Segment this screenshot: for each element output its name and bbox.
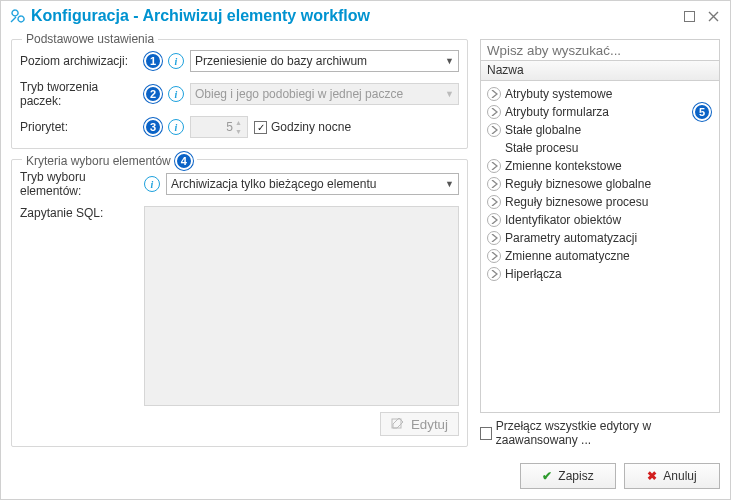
tree-item-label: Zmienne automatyczne bbox=[505, 249, 630, 263]
tree-item-label: Reguły biznesowe procesu bbox=[505, 195, 648, 209]
badge-5: 5 bbox=[693, 103, 711, 121]
select-mode-value: Archiwizacja tylko bieżącego elementu bbox=[171, 177, 376, 191]
archive-level-value: Przeniesienie do bazy archiwum bbox=[195, 54, 367, 68]
tree-item[interactable]: Zmienne automatyczne bbox=[483, 247, 717, 265]
svg-rect-0 bbox=[684, 11, 694, 21]
config-dialog: Konfiguracja - Archiwizuj elementy workf… bbox=[0, 0, 731, 500]
checkbox-empty-icon bbox=[480, 427, 492, 440]
select-mode-combo[interactable]: Archiwizacja tylko bieżącego elementu ▼ bbox=[166, 173, 459, 195]
info-icon[interactable]: i bbox=[168, 53, 184, 69]
dialog-title: Konfiguracja - Archiwizuj elementy workf… bbox=[31, 7, 682, 25]
tree-item[interactable]: Reguły biznesowe procesu bbox=[483, 193, 717, 211]
pack-mode-combo: Obieg i jego podobiegi w jednej paczce ▼ bbox=[190, 83, 459, 105]
chevron-down-icon: ▼ bbox=[445, 56, 454, 66]
tree-item[interactable]: Stałe procesu bbox=[483, 139, 717, 157]
tree-item-label: Atrybuty systemowe bbox=[505, 87, 612, 101]
expand-spacer bbox=[487, 141, 501, 155]
tree-item-label: Identyfikator obiektów bbox=[505, 213, 621, 227]
criteria-title: Kryteria wyboru elementów 4 bbox=[22, 152, 197, 170]
dialog-footer: ✔ Zapisz ✖ Anuluj bbox=[1, 455, 730, 499]
edit-button-label: Edytuj bbox=[411, 417, 448, 432]
save-button[interactable]: ✔ Zapisz bbox=[520, 463, 616, 489]
tree-item[interactable]: Stałe globalne bbox=[483, 121, 717, 139]
chevron-down-icon: ▼ bbox=[445, 89, 454, 99]
tree-item[interactable]: Identyfikator obiektów bbox=[483, 211, 717, 229]
expand-icon[interactable] bbox=[487, 87, 501, 101]
sql-query-label: Zapytanie SQL: bbox=[20, 206, 138, 220]
tree-item[interactable]: Zmienne kontekstowe bbox=[483, 157, 717, 175]
expand-icon[interactable] bbox=[487, 105, 501, 119]
expand-icon[interactable] bbox=[487, 231, 501, 245]
info-icon[interactable]: i bbox=[168, 119, 184, 135]
tree-header[interactable]: Nazwa bbox=[480, 61, 720, 81]
tree-item[interactable]: Hiperłącza bbox=[483, 265, 717, 283]
badge-3: 3 bbox=[144, 118, 162, 136]
priority-value: 5 bbox=[226, 120, 233, 134]
tree-item[interactable]: Parametry automatyzacji bbox=[483, 229, 717, 247]
expand-icon[interactable] bbox=[487, 123, 501, 137]
tree-item[interactable]: Reguły biznesowe globalne bbox=[483, 175, 717, 193]
cancel-icon: ✖ bbox=[647, 469, 657, 483]
expand-icon[interactable] bbox=[487, 195, 501, 209]
check-icon: ✔ bbox=[542, 469, 552, 483]
criteria-group: Kryteria wyboru elementów 4 Tryb wyboru … bbox=[11, 159, 468, 447]
sql-query-textarea bbox=[144, 206, 459, 406]
save-button-label: Zapisz bbox=[558, 469, 593, 483]
advanced-toggle-checkbox[interactable]: Przełącz wszystkie edytory w zaawansowan… bbox=[480, 419, 720, 447]
search-input[interactable] bbox=[480, 39, 720, 61]
night-hours-checkbox[interactable]: ✓ Godziny nocne bbox=[254, 120, 351, 134]
info-icon[interactable]: i bbox=[144, 176, 160, 192]
advanced-toggle-label: Przełącz wszystkie edytory w zaawansowan… bbox=[496, 419, 720, 447]
basic-settings-group: Podstawowe ustawienia Poziom archiwizacj… bbox=[11, 39, 468, 149]
night-hours-label: Godziny nocne bbox=[271, 120, 351, 134]
pack-mode-label: Tryb tworzenia paczek: bbox=[20, 80, 138, 108]
tree-item-label: Stałe procesu bbox=[505, 141, 578, 155]
archive-level-label: Poziom archiwizacji: bbox=[20, 54, 138, 68]
tree-item-label: Atrybuty formularza bbox=[505, 105, 609, 119]
select-mode-label: Tryb wyboru elementów: bbox=[20, 170, 138, 198]
badge-2: 2 bbox=[144, 85, 162, 103]
tree-item-label: Zmienne kontekstowe bbox=[505, 159, 622, 173]
checkbox-checked-icon: ✓ bbox=[254, 121, 267, 134]
badge-1: 1 bbox=[144, 52, 162, 70]
tree-item[interactable]: Atrybuty formularza5 bbox=[483, 103, 717, 121]
expand-icon[interactable] bbox=[487, 177, 501, 191]
spinner-arrows-icon: ▲▼ bbox=[235, 119, 245, 135]
criteria-title-text: Kryteria wyboru elementów bbox=[26, 154, 171, 168]
tree-item[interactable]: Atrybuty systemowe bbox=[483, 85, 717, 103]
archive-level-combo[interactable]: Przeniesienie do bazy archiwum ▼ bbox=[190, 50, 459, 72]
tree-item-label: Stałe globalne bbox=[505, 123, 581, 137]
tools-icon bbox=[9, 8, 25, 24]
cancel-button[interactable]: ✖ Anuluj bbox=[624, 463, 720, 489]
basic-settings-title: Podstawowe ustawienia bbox=[22, 32, 158, 46]
badge-4: 4 bbox=[175, 152, 193, 170]
priority-spinner: 5 ▲▼ bbox=[190, 116, 248, 138]
edit-button: Edytuj bbox=[380, 412, 459, 436]
tree-item-label: Parametry automatyzacji bbox=[505, 231, 637, 245]
window-buttons bbox=[682, 9, 720, 23]
edit-icon bbox=[391, 416, 405, 433]
tree[interactable]: Atrybuty systemoweAtrybuty formularza5St… bbox=[480, 81, 720, 413]
expand-icon[interactable] bbox=[487, 159, 501, 173]
expand-icon[interactable] bbox=[487, 213, 501, 227]
pack-mode-value: Obieg i jego podobiegi w jednej paczce bbox=[195, 87, 403, 101]
cancel-button-label: Anuluj bbox=[663, 469, 696, 483]
tree-item-label: Hiperłącza bbox=[505, 267, 562, 281]
priority-label: Priorytet: bbox=[20, 120, 138, 134]
maximize-icon[interactable] bbox=[682, 9, 696, 23]
tree-item-label: Reguły biznesowe globalne bbox=[505, 177, 651, 191]
close-icon[interactable] bbox=[706, 9, 720, 23]
expand-icon[interactable] bbox=[487, 249, 501, 263]
titlebar: Konfiguracja - Archiwizuj elementy workf… bbox=[1, 1, 730, 29]
expand-icon[interactable] bbox=[487, 267, 501, 281]
info-icon[interactable]: i bbox=[168, 86, 184, 102]
chevron-down-icon: ▼ bbox=[445, 179, 454, 189]
